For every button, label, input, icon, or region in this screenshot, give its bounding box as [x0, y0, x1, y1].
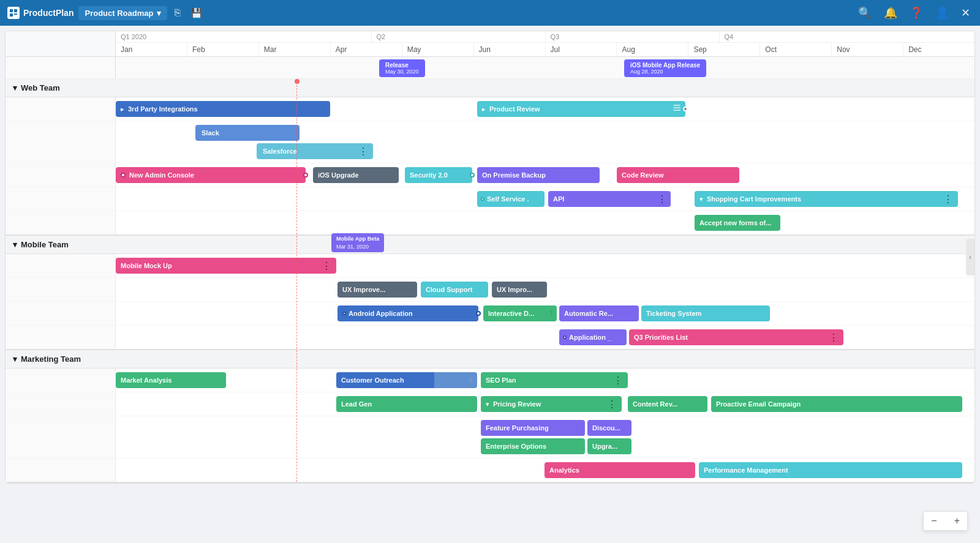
product-review-handle — [673, 105, 680, 113]
mobile-team-collapse-icon[interactable]: ▾ — [13, 240, 17, 249]
month-mar: Mar — [259, 43, 331, 56]
bar-api[interactable]: API ⋮ — [548, 191, 671, 207]
shopping-cart-expand[interactable]: ▾ — [699, 195, 703, 203]
bar-enterprise[interactable]: Enterprise Options — [481, 438, 585, 454]
bar-cloud-support-label: Cloud Support — [426, 286, 472, 293]
milestones-row: Release May 30, 2020 iOS Mobile App Rele… — [6, 57, 974, 79]
ios-milestone[interactable]: iOS Mobile App Release Aug 28, 2020 — [624, 59, 706, 77]
bar-mobile-mockup[interactable]: Mobile Mock Up ⋮ — [116, 258, 336, 274]
mobile-row-2: UX Improve... Cloud Support UX Impro... — [6, 278, 974, 302]
pricing-review-expand[interactable]: ▾ — [486, 400, 489, 408]
bar-seo-plan-label: SEO Plan — [486, 376, 516, 384]
bar-3rd-party[interactable]: ▸ 3rd Party Integrations — [116, 101, 330, 117]
bar-self-service[interactable]: Self Service . — [477, 191, 545, 207]
account-button[interactable]: 👤 — [933, 4, 951, 22]
bar-discou[interactable]: Discou... — [587, 420, 631, 436]
bar-on-premise[interactable]: On Premise Backup — [477, 167, 600, 183]
web-team-collapse-icon[interactable]: ▾ — [13, 83, 17, 92]
web-row5-bars: Accept new forms of... — [116, 211, 974, 234]
roadmap-container: Q1 2020 Q2 Q3 Q4 Jan Feb Mar Apr May Jun… — [5, 31, 975, 484]
bar-q3-priorities[interactable]: Q3 Priorities List ⋮ — [629, 329, 843, 345]
search-button[interactable]: 🔍 — [856, 4, 874, 22]
view-label: Product Roadmap — [85, 9, 153, 18]
bar-automatic[interactable]: Automatic Re... — [559, 305, 639, 321]
bar-analytics[interactable]: Analytics — [545, 462, 695, 478]
outreach-handle: ⋮ — [468, 377, 473, 383]
help-button[interactable]: ❓ — [907, 4, 925, 22]
bar-interactive[interactable]: Interactive D... ⋮ — [483, 305, 557, 321]
bar-ios-upgrade[interactable]: iOS Upgrade — [313, 167, 399, 183]
fullscreen-button[interactable]: ✕ — [959, 4, 973, 22]
bar-product-review-expand[interactable]: ▸ — [482, 105, 486, 113]
mobile-beta-milestone[interactable]: Mobile App Beta Mar 31, 2020 — [331, 233, 384, 252]
mobile-team-header[interactable]: ▾ Mobile Team Mobile App Beta Mar 31, 20… — [6, 236, 974, 254]
header-right: Q1 2020 Q2 Q3 Q4 Jan Feb Mar Apr May Jun… — [116, 31, 974, 56]
bar-content-rev-label: Content Rev... — [633, 400, 677, 408]
svg-rect-0 — [10, 9, 13, 12]
admin-right-dot — [303, 173, 308, 178]
salesforce-handle: ⋮ — [358, 146, 368, 157]
header-left-empty — [6, 31, 116, 56]
right-panel-toggle[interactable]: ‹ — [966, 239, 974, 275]
bar-ux-impro2-label: UX Impro... — [497, 286, 532, 293]
bar-ticketing[interactable]: Ticketing System — [641, 305, 770, 321]
bar-ux-improve1[interactable]: UX Improve... — [337, 282, 417, 298]
android-left-dot — [342, 312, 346, 315]
web-row-3: New Admin Console iOS Upgrade Security 2… — [6, 163, 974, 187]
release-milestone[interactable]: Release May 30, 2020 — [379, 59, 425, 77]
web-team-header[interactable]: ▾ Web Team — [6, 79, 974, 97]
bar-upgra[interactable]: Upgra... — [587, 438, 631, 454]
bar-pricing-review[interactable]: ▾ Pricing Review ⋮ — [481, 396, 622, 412]
web-row1-bars: ▸ 3rd Party Integrations ▸ Product Revie… — [116, 97, 974, 121]
marketing-team-label: Marketing Team — [21, 354, 81, 364]
bar-lead-gen[interactable]: Lead Gen — [336, 396, 477, 412]
mobile-row-4: Application _ Q3 Priorities List ⋮ — [6, 326, 974, 349]
bar-api-label: API — [553, 195, 564, 203]
security-dot — [470, 173, 475, 178]
bar-feature-purchasing[interactable]: Feature Purchasing — [481, 420, 585, 436]
web-row2-label — [6, 121, 116, 163]
mktg-row3-bars: Feature Purchasing Discou... Enterprise … — [116, 416, 974, 458]
brand-label: ProductPlan — [23, 8, 74, 18]
bar-application[interactable]: Application _ — [559, 329, 627, 345]
bar-proactive-email[interactable]: Proactive Email Campaign — [711, 396, 962, 412]
marketing-team-collapse-icon[interactable]: ▾ — [13, 354, 17, 364]
mobile-beta-label: Mobile App Beta — [336, 235, 379, 243]
mktg-row1-label — [6, 369, 116, 392]
months-row: Jan Feb Mar Apr May Jun Jul Aug Sep Oct … — [116, 43, 974, 56]
web-row4-bars: Self Service . API ⋮ ▾ Shopping Cart Imp… — [116, 187, 974, 211]
bar-product-review[interactable]: ▸ Product Review — [477, 101, 685, 117]
save-button[interactable]: 💾 — [188, 5, 205, 21]
bar-android[interactable]: Android Application — [337, 305, 478, 321]
mktg-row1-bars: Market Analysis Customer Outreach ⋮ SEO … — [116, 369, 974, 392]
bar-3rd-party-label: 3rd Party Integrations — [128, 105, 198, 113]
bar-salesforce[interactable]: Salesforce ⋮ — [257, 143, 373, 159]
notifications-button[interactable]: 🔔 — [881, 4, 900, 22]
web-row3-bars: New Admin Console iOS Upgrade Security 2… — [116, 163, 974, 187]
web-row-4: Self Service . API ⋮ ▾ Shopping Cart Imp… — [6, 187, 974, 211]
bar-security-label: Security 2.0 — [410, 171, 448, 179]
bar-accept-forms[interactable]: Accept new forms of... — [695, 215, 780, 231]
copy-button[interactable]: ⎘ — [172, 5, 183, 21]
bar-seo-plan[interactable]: SEO Plan ⋮ — [481, 372, 628, 388]
bar-ux-impro2[interactable]: UX Impro... — [492, 282, 547, 298]
bar-3rd-party-expand[interactable]: ▸ — [121, 105, 124, 113]
bar-customer-outreach[interactable]: Customer Outreach ⋮ — [336, 372, 477, 388]
bar-content-rev[interactable]: Content Rev... — [628, 396, 707, 412]
mobile-row4-label — [6, 326, 116, 349]
bar-market-analysis[interactable]: Market Analysis — [116, 372, 226, 388]
bar-code-review[interactable]: Code Review — [617, 167, 739, 183]
bar-q3-label: Q3 Priorities List — [634, 334, 688, 341]
bar-new-admin[interactable]: New Admin Console — [116, 167, 306, 183]
bar-salesforce-label: Salesforce — [263, 148, 297, 155]
marketing-team-header[interactable]: ▾ Marketing Team — [6, 350, 974, 369]
bar-performance-mgmt[interactable]: Performance Management — [699, 462, 962, 478]
bar-shopping-cart[interactable]: ▾ Shopping Cart Improvements ⋮ — [695, 191, 958, 207]
mobile-row2-label — [6, 278, 116, 301]
view-dropdown[interactable]: Product Roadmap ▾ — [78, 6, 167, 20]
mobile-beta-date: Mar 31, 2020 — [336, 243, 379, 251]
bar-security[interactable]: Security 2.0 — [405, 167, 472, 183]
bar-slack[interactable]: Slack — [195, 125, 300, 141]
bar-cloud-support[interactable]: Cloud Support — [421, 282, 488, 298]
mobile-row4-bars: Application _ Q3 Priorities List ⋮ — [116, 326, 974, 349]
